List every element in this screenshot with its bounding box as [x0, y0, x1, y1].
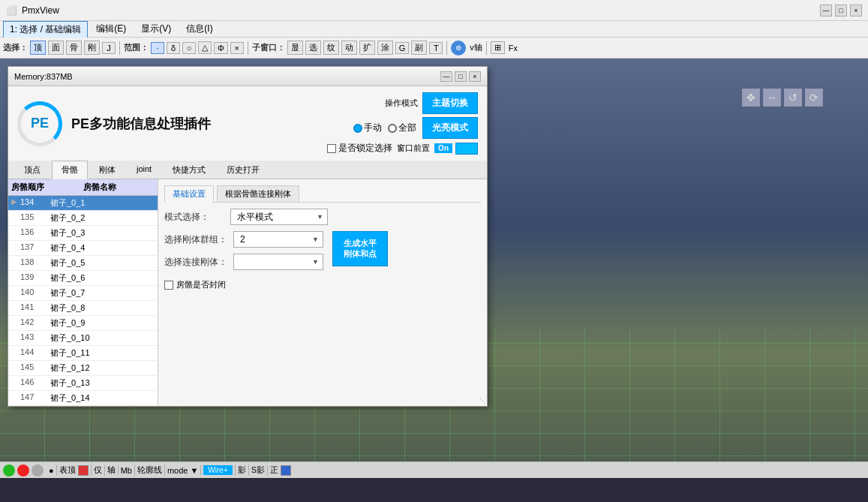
child-select[interactable]: 选 — [305, 41, 321, 55]
list-item[interactable]: ▶ 134 裙子_0_1 — [8, 196, 158, 211]
row-arrow-icon: ▶ — [11, 197, 20, 209]
panel-maximize-button[interactable]: □ — [455, 71, 467, 82]
group-select[interactable]: 2 1 3 — [233, 231, 323, 248]
close-button[interactable]: × — [850, 5, 862, 17]
child-tex[interactable]: 纹 — [323, 41, 339, 55]
generate-button[interactable]: 生成水平 刚体和点 — [332, 231, 388, 266]
surface-color-swatch[interactable] — [78, 465, 89, 476]
radio-manual[interactable]: 手动 — [353, 122, 382, 134]
row-num: 139 — [20, 272, 50, 284]
range-dot[interactable]: · — [151, 42, 164, 54]
row-name: 裙子_0_1 — [50, 197, 85, 209]
glow-mode-button[interactable]: 光亮模式 — [422, 117, 478, 139]
panel-title-section: PE多功能信息处理插件 — [71, 115, 211, 133]
color-swatch[interactable] — [455, 143, 478, 155]
menu-edit[interactable]: 编辑(E) — [89, 20, 133, 38]
sub-tab-basic[interactable]: 基础设置 — [164, 185, 214, 203]
nav-move-icon[interactable]: ✥ — [742, 89, 760, 107]
tab-shortcut[interactable]: 快捷方式 — [163, 161, 215, 179]
sep3 — [446, 41, 447, 55]
radio-manual-dot — [353, 124, 362, 133]
sub-tab-bone-connect[interactable]: 根据骨骼连接刚体 — [217, 185, 299, 202]
maximize-button[interactable]: □ — [835, 5, 847, 17]
child-anim[interactable]: 动 — [341, 41, 357, 55]
tab-rigid[interactable]: 刚体 — [89, 161, 125, 179]
list-item[interactable]: 138 裙子_0_5 — [8, 256, 158, 271]
mode-label: 操作模式 — [385, 98, 418, 109]
status-div8 — [235, 465, 236, 476]
menu-mode[interactable]: 1: 选择 / 基础编辑 — [3, 21, 88, 38]
status-div6 — [164, 465, 165, 476]
panel-tabs: 顶点 骨骼 刚体 joint 快捷方式 历史打开 — [8, 161, 487, 179]
radio-all[interactable]: 全部 — [388, 122, 416, 134]
lock-checkbox-label: 是否锁定选择 — [338, 142, 392, 155]
toolbar-top[interactable]: 顶 — [30, 41, 46, 55]
child-paint[interactable]: 涂 — [377, 41, 393, 55]
closed-checkbox[interactable] — [164, 281, 173, 290]
status-gray-icon — [32, 464, 44, 476]
list-item[interactable]: 141 裙子_0_8 — [8, 301, 158, 316]
tab-vertex[interactable]: 顶点 — [14, 161, 50, 179]
list-item[interactable]: 136 裙子_0_3 — [8, 226, 158, 241]
range-phi[interactable]: Φ — [214, 42, 228, 54]
row-name: 裙子_0_5 — [50, 257, 85, 269]
toolbar-rigid[interactable]: 刚 — [84, 41, 100, 55]
plugin-panel: Memory:837MB — □ × PE PE多功能信息处理插件 — [8, 66, 488, 407]
list-item[interactable]: 144 裙子_0_11 — [8, 346, 158, 361]
title-bar-controls[interactable]: — □ × — [820, 5, 862, 17]
child-g[interactable]: G — [395, 42, 410, 54]
list-item[interactable]: 137 裙子_0_4 — [8, 241, 158, 256]
panel-header: PE PE多功能信息处理插件 操作模式 主题切换 手动 — [8, 86, 487, 161]
resize-handle[interactable]: ⋱ — [478, 397, 487, 406]
list-item[interactable]: 145 裙子_0_12 — [8, 361, 158, 376]
list-item[interactable]: 146 裙子_0_13 — [8, 376, 158, 391]
tab-history[interactable]: 历史打开 — [217, 161, 269, 179]
list-item[interactable]: 135 裙子_0_2 — [8, 211, 158, 226]
wire-plus-button[interactable]: Wire+ — [203, 465, 232, 475]
row-name: 裙子_0_2 — [50, 212, 85, 224]
nav-translate-icon[interactable]: ↔ — [763, 89, 781, 107]
theme-switch-button[interactable]: 主题切换 — [422, 92, 478, 114]
child-expand[interactable]: 扩 — [359, 41, 375, 55]
radio-all-dot — [388, 124, 397, 133]
nav-reset-icon[interactable]: ⟳ — [805, 89, 823, 107]
window-front-label: 窗口前置 — [397, 143, 430, 154]
fx-label: Fx — [509, 44, 518, 53]
list-item[interactable]: 147 裙子_0_14 — [8, 391, 158, 406]
row-num: 146 — [20, 377, 50, 389]
range-delta[interactable]: δ — [167, 42, 180, 54]
list-item[interactable]: 142 裙子_0_9 — [8, 316, 158, 331]
child-copy[interactable]: 副 — [411, 41, 427, 55]
range-circle[interactable]: ○ — [182, 42, 196, 54]
tab-bone[interactable]: 骨骼 — [52, 161, 88, 179]
panel-window-controls[interactable]: — □ × — [440, 71, 481, 82]
child-t[interactable]: T — [429, 42, 443, 54]
range-triangle[interactable]: △ — [198, 41, 212, 54]
crosshair-icon[interactable]: ⊕ — [451, 41, 466, 56]
panel-minimize-button[interactable]: — — [440, 71, 452, 82]
front-color-swatch[interactable] — [281, 465, 291, 476]
range-x[interactable]: × — [230, 42, 244, 54]
tab-joint[interactable]: joint — [127, 161, 161, 179]
app-icon: ⬜ — [6, 5, 17, 16]
list-item[interactable]: 143 裙子_0_10 — [8, 331, 158, 346]
minimize-button[interactable]: — — [820, 5, 832, 17]
menu-info[interactable]: 信息(I) — [179, 20, 219, 38]
connect-select[interactable] — [233, 254, 323, 270]
mode-select[interactable]: 水平模式 垂直模式 自定义 — [230, 209, 328, 225]
lock-checkbox-box — [327, 144, 336, 153]
toolbar-face[interactable]: 面 — [48, 41, 64, 55]
status-div10 — [267, 465, 268, 476]
nav-rotate-icon[interactable]: ↺ — [784, 89, 802, 107]
list-item[interactable]: 140 裙子_0_7 — [8, 286, 158, 301]
toolbar-bone[interactable]: 骨 — [66, 41, 82, 55]
sep4 — [486, 41, 487, 55]
child-show[interactable]: 显 — [287, 41, 303, 55]
grid-icon[interactable]: ⊞ — [491, 41, 505, 54]
menu-display[interactable]: 显示(V) — [134, 20, 178, 38]
toolbar-j[interactable]: J — [102, 42, 116, 54]
lock-checkbox[interactable]: 是否锁定选择 — [327, 142, 392, 155]
panel-close-button[interactable]: × — [469, 71, 481, 82]
app-title: PmxView — [22, 5, 59, 16]
list-item[interactable]: 139 裙子_0_6 — [8, 271, 158, 286]
